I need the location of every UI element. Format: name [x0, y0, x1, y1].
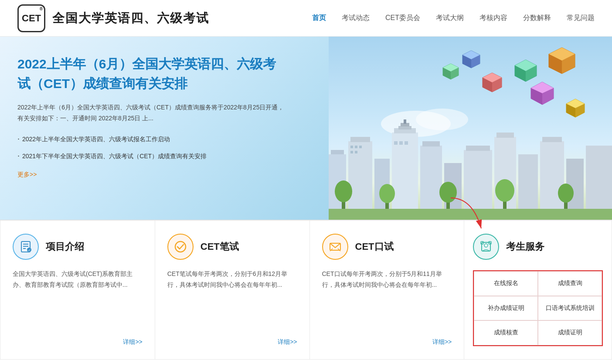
hero-desc: 2022年上半年（6月）全国大学英语四、六级考试（CET）成绩查询服务将于202…: [17, 102, 288, 124]
svg-rect-29: [394, 141, 398, 145]
hero-section: 2022上半年（6月）全国大学英语四、六级考试（CET）成绩查询有关安排 202…: [0, 37, 612, 220]
nav-item-3[interactable]: 考试大纲: [436, 14, 464, 23]
floating-cube-3: [481, 71, 503, 95]
card-header-oral: CET口试: [322, 234, 452, 260]
hero-link-0[interactable]: 2022年上半年全国大学英语四、六级考试报名工作启动: [17, 133, 288, 145]
logo: CET: [17, 4, 45, 32]
nav-item-1[interactable]: 考试动态: [342, 14, 370, 23]
hero-links-list: 2022年上半年全国大学英语四、六级考试报名工作启动2021年下半年全国大学英语…: [17, 133, 288, 162]
svg-point-34: [335, 180, 352, 202]
service-icon: [473, 234, 499, 260]
hero-illustration: [329, 37, 612, 220]
card-icon-written: [167, 234, 194, 260]
service-header: 考生服务: [473, 234, 603, 260]
svg-rect-5: [350, 137, 370, 142]
svg-point-42: [558, 184, 574, 203]
floating-cube-6: [565, 98, 586, 120]
hero-title: 2022上半年（6月）全国大学英语四、六级考试（CET）成绩查询有关安排: [17, 54, 288, 93]
svg-point-36: [379, 184, 395, 203]
detail-link-written[interactable]: 详细>>: [278, 338, 297, 345]
svg-point-1: [416, 109, 468, 130]
service-btn-4[interactable]: 成绩核查: [474, 320, 538, 345]
card-body-intro: 全国大学英语四、六级考试(CET)系教育部主办、教育部教育考试院（原教育部考试中…: [13, 269, 143, 330]
main-nav: 首页考试动态CET委员会考试大纲考核内容分数解释常见问题: [312, 14, 595, 23]
cards-section-wrapper: ✓ 项目介绍 全国大学英语四、六级考试(CET)系教育部主办、教育部教育考试院（…: [0, 220, 612, 360]
card-icon-intro: ✓: [13, 234, 39, 260]
card-intro: ✓ 项目介绍 全国大学英语四、六级考试(CET)系教育部主办、教育部教育考试院（…: [0, 220, 155, 360]
nav-item-6[interactable]: 常见问题: [567, 14, 595, 23]
svg-rect-9: [398, 126, 411, 129]
header-left: CET 全国大学英语四、六级考试: [17, 4, 209, 32]
svg-rect-25: [355, 146, 357, 148]
card-icon-oral: [322, 234, 348, 260]
service-grid: 在线报名成绩查询补办成绩证明口语考试系统培训成绩核查成绩证明: [473, 270, 603, 346]
svg-rect-12: [420, 146, 442, 220]
detail-link-intro[interactable]: 详细>>: [123, 338, 142, 345]
card-title-written: CET笔试: [201, 240, 239, 253]
floating-cube-4: [462, 50, 481, 71]
svg-rect-26: [359, 146, 362, 148]
floating-cube-5: [529, 80, 555, 108]
service-btn-3[interactable]: 口语考试系统培训: [538, 296, 602, 321]
svg-rect-31: [405, 141, 408, 145]
svg-rect-28: [355, 151, 357, 153]
svg-rect-7: [392, 133, 418, 220]
more-link[interactable]: 更多>>: [17, 171, 37, 178]
svg-point-40: [495, 179, 514, 202]
svg-rect-32: [329, 209, 612, 220]
svg-text:✓: ✓: [28, 248, 31, 252]
logo-text: CET: [22, 13, 41, 24]
svg-point-38: [439, 182, 457, 203]
svg-point-83: [484, 244, 488, 247]
hero-content: 2022上半年（6月）全国大学英语四、六级考试（CET）成绩查询有关安排 202…: [17, 54, 288, 179]
svg-rect-3: [331, 150, 344, 154]
svg-rect-16: [466, 146, 490, 151]
svg-rect-20: [540, 141, 564, 220]
svg-rect-11: [404, 119, 406, 124]
floating-cube-7: [442, 63, 459, 82]
hero-link-1[interactable]: 2021年下半年全国大学英语四、六级考试（CET）成绩查询有关安排: [17, 150, 288, 162]
svg-rect-27: [350, 151, 353, 153]
nav-item-5[interactable]: 分数解释: [523, 14, 551, 23]
service-btn-5[interactable]: 成绩证明: [538, 320, 602, 345]
card-footer-oral: 详细>>: [322, 338, 452, 346]
nav-item-0[interactable]: 首页: [312, 14, 326, 23]
service-btn-1[interactable]: 成绩查询: [538, 271, 602, 296]
svg-rect-13: [422, 141, 440, 146]
card-body-written: CET笔试每年开考两次，分别于6月和12月举行，具体考试时间我中心将会在每年年初…: [167, 269, 297, 330]
svg-rect-24: [350, 146, 353, 148]
card-title-oral: CET口试: [355, 240, 394, 253]
card-oral: CET口试 CET口试每年开考两次，分别于5月和11月举行，具体考试时间我中心将…: [310, 220, 465, 360]
floating-cube-1: [547, 45, 577, 77]
svg-rect-21: [542, 137, 562, 142]
service-btn-0[interactable]: 在线报名: [474, 271, 538, 296]
card-body-oral: CET口试每年开考两次，分别于5月和11月举行，具体考试时间我中心将会在每年年初…: [322, 269, 452, 330]
service-title: 考生服务: [506, 240, 544, 253]
svg-rect-30: [399, 141, 403, 145]
card-footer-intro: 详细>>: [13, 338, 143, 346]
svg-point-78: [175, 242, 186, 252]
card-written: CET笔试 CET笔试每年开考两次，分别于6月和12月举行，具体考试时间我中心将…: [155, 220, 310, 360]
card-header-intro: ✓ 项目介绍: [13, 234, 143, 260]
nav-item-4[interactable]: 考核内容: [479, 14, 507, 23]
card-title-intro: 项目介绍: [46, 240, 84, 253]
svg-rect-18: [496, 133, 514, 138]
site-title: 全国大学英语四、六级考试: [52, 10, 209, 27]
detail-link-oral[interactable]: 详细>>: [432, 338, 452, 345]
card-footer-written: 详细>>: [167, 338, 297, 346]
cards-section: ✓ 项目介绍 全国大学英语四、六级考试(CET)系教育部主办、教育部教育考试院（…: [0, 220, 612, 360]
svg-rect-23: [586, 146, 612, 220]
card-service: 考生服务 在线报名成绩查询补办成绩证明口语考试系统培训成绩核查成绩证明: [464, 220, 612, 360]
nav-item-2[interactable]: CET委员会: [385, 14, 420, 23]
site-header: CET 全国大学英语四、六级考试 首页考试动态CET委员会考试大纲考核内容分数解…: [0, 0, 612, 37]
service-btn-2[interactable]: 补办成绩证明: [474, 296, 538, 321]
card-header-written: CET笔试: [167, 234, 297, 260]
